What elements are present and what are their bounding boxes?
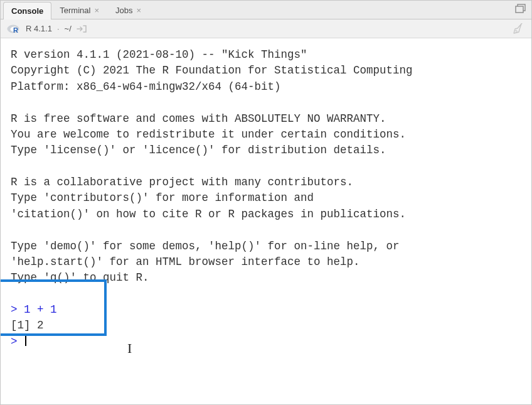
cwd-label[interactable]: ~/	[65, 24, 72, 33]
user-input: 1 + 1	[24, 303, 57, 316]
share-icon	[77, 24, 87, 33]
console-prompt-line[interactable]: >	[11, 334, 521, 350]
startup-line	[11, 159, 521, 175]
broom-icon	[513, 23, 525, 35]
svg-text:R: R	[13, 26, 18, 33]
tab-bar: Console Terminal × Jobs ×	[1, 1, 531, 19]
separator: ·	[57, 24, 60, 33]
tab-terminal[interactable]: Terminal ×	[51, 1, 107, 19]
prompt-char: >	[11, 335, 18, 348]
console-output-line: [1] 2	[11, 318, 521, 333]
startup-line: Type 'q()' to quit R.	[11, 270, 521, 286]
startup-line	[11, 222, 521, 238]
startup-line: Type 'contributors()' for more informati…	[11, 190, 521, 206]
tab-label: Console	[11, 6, 43, 16]
console-output-area[interactable]: R version 4.1.1 (2021-08-10) -- "Kick Th…	[1, 38, 531, 404]
svg-line-6	[515, 30, 517, 31]
svg-line-7	[516, 31, 518, 33]
console-info-bar: R R 4.1.1 · ~/	[1, 19, 531, 38]
restore-window-button[interactable]	[515, 4, 526, 14]
prompt-char: >	[11, 303, 18, 316]
startup-line: Type 'demo()' for some demos, 'help()' f…	[11, 239, 521, 254]
r-version-label: R 4.1.1	[26, 24, 52, 33]
ibeam-cursor-icon: I	[127, 338, 132, 359]
tab-jobs[interactable]: Jobs ×	[107, 1, 149, 19]
text-cursor	[25, 335, 26, 346]
startup-line: Platform: x86_64-w64-mingw32/x64 (64-bit…	[11, 79, 521, 95]
startup-line: R version 4.1.1 (2021-08-10) -- "Kick Th…	[11, 47, 521, 63]
tab-console[interactable]: Console	[3, 2, 51, 19]
svg-rect-1	[516, 6, 523, 13]
startup-line: R is a collaborative project with many c…	[11, 175, 521, 190]
startup-line: Copyright (C) 2021 The R Foundation for …	[11, 63, 521, 78]
restore-icon	[515, 4, 526, 14]
svg-line-5	[521, 23, 524, 24]
startup-line: You are welcome to redistribute it under…	[11, 127, 521, 143]
console-panel: Console Terminal × Jobs × R R 4.1.1 · ~/	[0, 0, 532, 405]
startup-line	[11, 95, 521, 111]
startup-line: 'help.start()' for an HTML browser inter…	[11, 254, 521, 270]
startup-line: Type 'license()' or 'licence()' for dist…	[11, 143, 521, 158]
close-icon[interactable]: ×	[94, 6, 99, 14]
console-input-line: > 1 + 1	[11, 302, 521, 318]
startup-line: R is free software and comes with ABSOLU…	[11, 111, 521, 127]
r-logo-icon: R	[7, 23, 21, 35]
tab-label: Jobs	[115, 6, 132, 15]
tab-label: Terminal	[60, 6, 90, 15]
startup-line	[11, 286, 521, 302]
clear-console-button[interactable]	[513, 23, 525, 35]
close-icon[interactable]: ×	[136, 6, 141, 14]
share-button[interactable]	[77, 24, 87, 33]
startup-line: 'citation()' on how to cite R or R packa…	[11, 207, 521, 222]
